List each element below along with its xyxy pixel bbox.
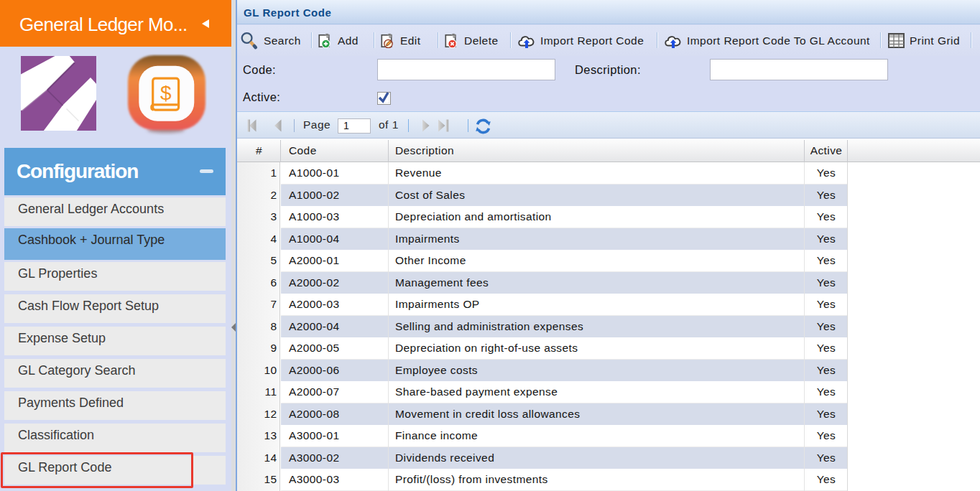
svg-text:$: $ — [160, 82, 172, 104]
